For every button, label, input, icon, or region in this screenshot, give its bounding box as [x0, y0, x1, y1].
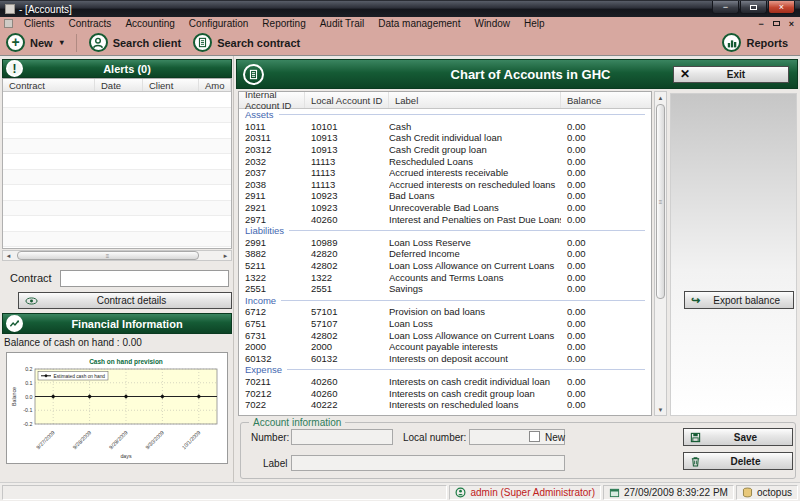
search-contract-button[interactable]: Search contract: [187, 31, 306, 55]
alerts-column-amo[interactable]: Amo: [199, 79, 231, 91]
scroll-right-arrow-icon[interactable]: ►: [220, 253, 231, 259]
save-button[interactable]: Save: [683, 428, 793, 446]
account-row[interactable]: 203711113Accrued interests receivable0.0…: [239, 167, 651, 179]
accounts-column-internal-account-id[interactable]: Internal Account ID: [239, 92, 305, 108]
account-row[interactable]: 388242820Deferred Income0.00: [239, 248, 651, 260]
scroll-up-arrow-icon[interactable]: ▲: [655, 92, 666, 103]
search-client-label: Search client: [113, 37, 181, 49]
account-row[interactable]: 7021140260Interests on cash credit indiv…: [239, 376, 651, 388]
minimize-button[interactable]: −: [712, 1, 739, 14]
accounts-vertical-scrollbar[interactable]: ▲ ≡ ▼: [654, 91, 667, 416]
account-row[interactable]: 101110101Cash0.00: [239, 121, 651, 133]
database-icon: [742, 487, 753, 498]
logged-in-user: admin (Super Administrator): [470, 487, 595, 498]
search-contract-icon: [193, 33, 212, 52]
account-row[interactable]: 2031110913Cash Credit individual loan0.0…: [239, 132, 651, 144]
local-number-label: Local number:: [403, 432, 466, 443]
number-field[interactable]: [291, 429, 393, 445]
svg-text:-0.2: -0.2: [23, 421, 32, 427]
alert-empty-row: [3, 92, 231, 108]
svg-text:9/27/2009: 9/27/2009: [35, 429, 56, 450]
app-icon: [5, 4, 15, 14]
account-row[interactable]: 2031210913Cash Credit group loan0.00: [239, 144, 651, 156]
account-row[interactable]: 521142802Loan Loss Allowance on Current …: [239, 260, 651, 272]
scroll-down-arrow-icon[interactable]: ▼: [655, 404, 666, 415]
export-balance-button[interactable]: ↪ Export balance: [684, 291, 794, 309]
new-plus-icon: +: [6, 33, 25, 52]
account-row[interactable]: 702240222Interests on rescheduled loans0…: [239, 399, 651, 411]
delete-label: Delete: [705, 456, 786, 467]
alerts-column-client[interactable]: Client: [143, 79, 199, 91]
close-button[interactable]: ×: [768, 1, 795, 14]
vscroll-thumb[interactable]: ≡: [656, 104, 665, 299]
export-balance-label: Export balance: [706, 295, 787, 306]
mdi-restore-button[interactable]: [773, 21, 780, 26]
mdi-minimize-button[interactable]: −: [758, 19, 763, 29]
account-row[interactable]: 292110923Unrecoverable Bad Loans0.00: [239, 202, 651, 214]
title-bar: - [Accounts] − ×: [0, 1, 800, 17]
status-datetime-cell: 27/09/2009 8:39:22 PM: [603, 485, 734, 500]
search-client-icon: [89, 33, 108, 52]
scroll-left-arrow-icon[interactable]: ◄: [3, 253, 14, 259]
contract-input[interactable]: [60, 270, 229, 287]
new-dropdown-arrow-icon[interactable]: ▾: [60, 38, 64, 47]
account-row[interactable]: 299110989Loan Loss Reserve0.00: [239, 237, 651, 249]
exit-button[interactable]: ✕ Exit: [673, 66, 789, 83]
calendar-icon: [609, 487, 620, 498]
account-row[interactable]: 673142802Loan Loss Allowance on Current …: [239, 329, 651, 341]
menu-help[interactable]: Help: [517, 17, 552, 30]
alerts-column-date[interactable]: Date: [95, 79, 143, 91]
save-label: Save: [705, 432, 786, 443]
accounts-column-label[interactable]: Label: [389, 92, 561, 108]
delete-button[interactable]: Delete: [683, 452, 793, 470]
status-database-cell: octopus: [736, 485, 798, 500]
contract-details-button[interactable]: Contract details: [18, 292, 232, 309]
menu-configuration[interactable]: Configuration: [182, 17, 255, 30]
maximize-button[interactable]: [740, 1, 767, 14]
menu-data-management[interactable]: Data management: [371, 17, 467, 30]
account-row[interactable]: 13221322Accounts and Terms Loans0.00: [239, 271, 651, 283]
account-row[interactable]: 6013260132Interests on deposit account0.…: [239, 352, 651, 364]
alert-empty-row: [3, 123, 231, 139]
menu-window[interactable]: Window: [467, 17, 517, 30]
alerts-horizontal-scrollbar[interactable]: ◄ ≡ ►: [2, 250, 232, 261]
label-field[interactable]: [291, 455, 565, 471]
reports-button[interactable]: Reports: [716, 31, 794, 55]
account-row[interactable]: 291110923Bad Loans0.00: [239, 190, 651, 202]
alerts-table[interactable]: ContractDateClientAmo: [2, 78, 232, 249]
section-header-expense: Expense: [239, 364, 651, 376]
menu-audit-trail[interactable]: Audit Trail: [313, 17, 371, 30]
accounts-column-local-account-id[interactable]: Local Account ID: [305, 92, 389, 108]
hscroll-thumb[interactable]: ≡: [17, 251, 199, 260]
menu-reporting[interactable]: Reporting: [255, 17, 312, 30]
svg-text:9/28/2009: 9/28/2009: [71, 429, 92, 450]
search-contract-label: Search contract: [217, 37, 300, 49]
chart-canvas: Cash on hand prevision0.20.10.0-0.1-0.29…: [10, 356, 224, 460]
cash-balance-text: Balance of cash on hand : 0.00: [4, 337, 142, 348]
search-client-button[interactable]: Search client: [83, 31, 187, 55]
number-label: Number:: [251, 432, 289, 443]
menu-contracts[interactable]: Contracts: [62, 17, 119, 30]
menu-accounting[interactable]: Accounting: [118, 17, 181, 30]
account-row[interactable]: 675157107Loan Loss0.00: [239, 318, 651, 330]
menu-clients[interactable]: Clients: [17, 17, 62, 30]
new-button[interactable]: + New ▾: [0, 31, 70, 55]
svg-text:0.1: 0.1: [25, 380, 32, 386]
account-row[interactable]: 203211113Rescheduled Loans0.00: [239, 155, 651, 167]
accounts-table[interactable]: Internal Account IDLocal Account IDLabel…: [238, 91, 652, 416]
svg-text:-0.1: -0.1: [23, 407, 32, 413]
alert-empty-row: [3, 216, 231, 232]
account-row[interactable]: 297140260Interest and Penalties on Past …: [239, 213, 651, 225]
new-checkbox[interactable]: [529, 431, 540, 442]
account-row[interactable]: 25512551Savings0.00: [239, 283, 651, 295]
alerts-column-contract[interactable]: Contract: [3, 79, 95, 91]
mdi-close-button[interactable]: ×: [789, 19, 794, 29]
account-row[interactable]: 671257101Provision on bad loans0.00: [239, 306, 651, 318]
accounts-column-balance[interactable]: Balance: [561, 92, 651, 108]
contract-details-label: Contract details: [38, 295, 225, 306]
account-row[interactable]: 20002000Account payable interests0.00: [239, 341, 651, 353]
account-row[interactable]: 203811113Accrued interests on reschedule…: [239, 179, 651, 191]
account-row[interactable]: 7021240260Interests on cash credit group…: [239, 387, 651, 399]
content-area: ! Alerts (0) ContractDateClientAmo ◄ ≡ ►…: [0, 56, 800, 482]
svg-text:9/29/2009: 9/29/2009: [108, 429, 129, 450]
